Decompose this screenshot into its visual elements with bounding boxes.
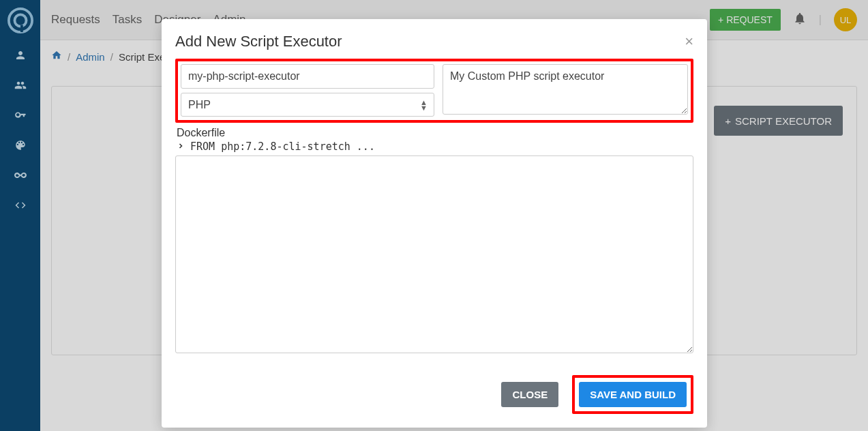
highlight-save: SAVE AND BUILD xyxy=(572,375,693,414)
modal-close-button[interactable]: × xyxy=(685,33,693,50)
language-select[interactable]: PHP xyxy=(181,93,434,117)
dockerfile-preview-text: FROM php:7.2.8-cli-stretch ... xyxy=(190,140,375,153)
dockerfile-textarea[interactable] xyxy=(175,155,693,353)
save-and-build-button[interactable]: SAVE AND BUILD xyxy=(579,382,687,407)
highlight-inputs: PHP ▲▼ My Custom PHP script executor xyxy=(175,59,693,123)
modal-title: Add New Script Executor xyxy=(175,33,342,50)
close-button[interactable]: CLOSE xyxy=(501,382,558,407)
chevron-right-icon[interactable] xyxy=(177,140,185,153)
dockerfile-label: Dockerfile xyxy=(177,127,692,139)
executor-name-input[interactable] xyxy=(181,64,434,89)
add-script-executor-modal: Add New Script Executor × PHP ▲▼ My Cust… xyxy=(162,19,707,428)
description-textarea[interactable]: My Custom PHP script executor xyxy=(443,64,688,115)
